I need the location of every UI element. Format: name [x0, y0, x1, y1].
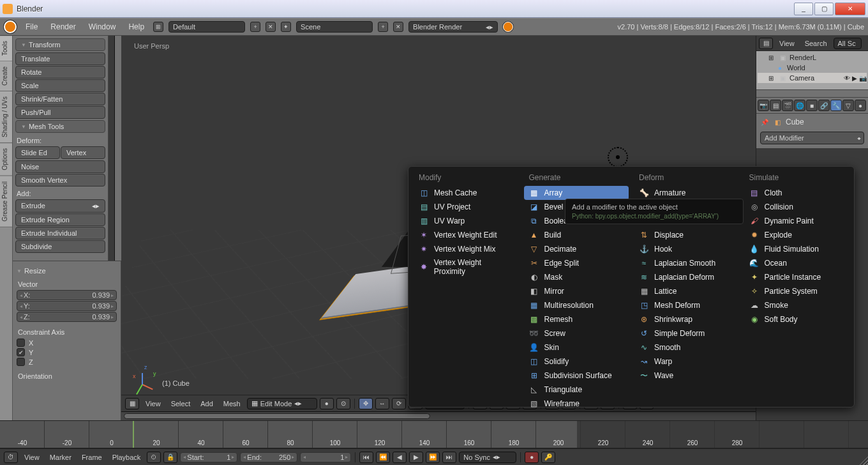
minimize-button[interactable]: _ [794, 3, 813, 15]
modifier-build[interactable]: ▲Build [524, 228, 629, 242]
modifier-particle-system[interactable]: ✧Particle System [744, 284, 849, 298]
tool-scrollbar[interactable] [108, 36, 115, 261]
modifier-hook[interactable]: ⚓Hook [634, 242, 739, 256]
modifier-displace[interactable]: ⇅Displace [634, 228, 739, 242]
prop-tab-constraints-icon[interactable]: 🔗 [818, 100, 830, 111]
extrude-region-button[interactable]: Extrude Region [15, 213, 105, 226]
view3d-menu-select[interactable]: Select [167, 400, 195, 408]
slide-edge-button[interactable]: Slide Ed [15, 146, 60, 159]
current-frame-field[interactable]: 1 [300, 452, 351, 462]
tool-tab-shading-uvs[interactable]: Shading / UVs [0, 91, 12, 143]
modifier-laplacian-smooth[interactable]: ≈Laplacian Smooth [634, 256, 739, 270]
modifier-particle-instance[interactable]: ✦Particle Instance [744, 270, 849, 284]
mode-picker[interactable]: ▦ Edit Mode ◂▸ [247, 398, 317, 409]
close-button[interactable]: ✕ [835, 3, 865, 15]
manipulator-toggle-icon[interactable]: ✥ [359, 398, 373, 409]
menu-help[interactable]: Help [124, 20, 148, 33]
keyframe-prev-icon[interactable]: ⏪ [376, 452, 390, 463]
scene-browse-icon[interactable]: ✦ [281, 22, 291, 32]
modifier-remesh[interactable]: ▩Remesh [524, 312, 629, 326]
timeline-region[interactable]: -40-200204060801001201401601802002202402… [0, 420, 868, 448]
modifier-collision[interactable]: ◎Collision [744, 200, 849, 214]
modifier-vertex-weight-proximity[interactable]: ✸Vertex Weight Proximity [414, 256, 519, 278]
menu-window[interactable]: Window [85, 20, 120, 33]
prop-tab-modifiers-icon[interactable]: 🔧 [830, 100, 842, 111]
jump-end-icon[interactable]: ⏭ [442, 452, 456, 463]
modifier-uv-warp[interactable]: ▥UV Warp [414, 214, 519, 228]
modifier-subdivision-surface[interactable]: ⊞Subdivision Surface [524, 369, 629, 383]
modifier-uv-project[interactable]: ▤UV Project [414, 200, 519, 214]
panel-transform[interactable]: Transform [15, 38, 105, 51]
timeline-menu-frame[interactable]: Frame [78, 454, 106, 461]
modifier-cloth[interactable]: ▤Cloth [744, 186, 849, 200]
modifier-wireframe[interactable]: ▧Wireframe [524, 397, 629, 411]
modifier-fluid-simulation[interactable]: 💧Fluid Simulation [744, 242, 849, 256]
modifier-mask[interactable]: ◐Mask [524, 270, 629, 284]
view3d-menu-add[interactable]: Add [197, 400, 217, 408]
view3d-menu-mesh[interactable]: Mesh [220, 400, 244, 408]
outliner-display-filter[interactable]: All Sc [834, 38, 862, 49]
modifier-mesh-deform[interactable]: ◳Mesh Deform [634, 298, 739, 312]
constraint-x-check[interactable]: X [17, 339, 117, 347]
translate-button[interactable]: Translate [15, 52, 105, 65]
timeline-menu-view[interactable]: View [20, 454, 43, 461]
tool-tab-create[interactable]: Create [0, 61, 12, 91]
resize-y-field[interactable]: Y:0.939 [17, 301, 117, 311]
screen-delete-button[interactable]: ✕ [266, 22, 276, 32]
outliner-menu-view[interactable]: View [775, 40, 798, 47]
pivot-icon[interactable]: ⊙ [336, 398, 350, 409]
resize-z-field[interactable]: Z:0.939 [17, 312, 117, 322]
extrude-individual-button[interactable]: Extrude Individual [15, 227, 105, 240]
modifier-ocean[interactable]: 🌊Ocean [744, 256, 849, 270]
push-pull-button[interactable]: Push/Pull [15, 106, 105, 119]
extrude-picker[interactable]: Extrude◂▸ [15, 199, 105, 213]
maximize-button[interactable]: ▢ [814, 3, 834, 15]
noise-button[interactable]: Noise [15, 160, 105, 173]
modifier-edge-split[interactable]: ✂Edge Split [524, 256, 629, 270]
modifier-mirror[interactable]: ◧Mirror [524, 284, 629, 298]
modifier-explode[interactable]: ✹Explode [744, 228, 849, 242]
scene-delete-button[interactable]: ✕ [393, 22, 403, 32]
scene-picker[interactable]: Scene [296, 21, 373, 33]
modifier-vertex-weight-edit[interactable]: ✶Vertex Weight Edit [414, 228, 519, 242]
slide-vertex-button[interactable]: Vertex [61, 146, 105, 159]
resize-x-field[interactable]: X:0.939 [17, 290, 117, 300]
autokey-record-icon[interactable]: ● [525, 452, 539, 463]
modifier-shrinkwrap[interactable]: ⊛Shrinkwrap [634, 312, 739, 326]
scene-add-button[interactable]: + [378, 22, 388, 32]
modifier-decimate[interactable]: ▽Decimate [524, 242, 629, 256]
modifier-armature[interactable]: 🦴Armature [634, 186, 739, 200]
prop-tab-render-icon[interactable]: 📷 [758, 100, 769, 111]
prop-tab-world-icon[interactable]: 🌐 [794, 100, 805, 111]
outliner-menu-search[interactable]: Search [801, 40, 831, 47]
modifier-multiresolution[interactable]: ▦Multiresolution [524, 298, 629, 312]
panel-mesh-tools[interactable]: Mesh Tools [15, 120, 105, 133]
frame-end-field[interactable]: End:250 [240, 452, 297, 462]
frame-start-field[interactable]: Start:1 [180, 452, 237, 462]
view3d-menu-view[interactable]: View [142, 400, 165, 408]
editor-type-icon[interactable]: ▦ [125, 398, 139, 409]
keyframe-next-icon[interactable]: ⏩ [426, 452, 440, 463]
window-resize-handle[interactable] [858, 455, 868, 465]
add-modifier-button[interactable]: Add Modifier [760, 132, 864, 144]
view3d-hscroll[interactable] [121, 411, 756, 420]
menu-render[interactable]: Render [47, 20, 79, 33]
prop-tab-scene-icon[interactable]: 🎬 [782, 100, 793, 111]
lamp-object[interactable] [608, 147, 628, 167]
manipulator-translate-icon[interactable]: ↔ [375, 398, 389, 409]
sync-mode-picker[interactable]: No Sync ◂▸ [459, 452, 516, 463]
modifier-triangulate[interactable]: ◺Triangulate [524, 383, 629, 397]
smooth-vertex-button[interactable]: Smooth Vertex [15, 174, 105, 187]
screen-layout-picker[interactable]: Default [168, 21, 245, 33]
lock-range-icon[interactable]: 🔒 [163, 452, 177, 463]
outliner-tree[interactable]: ⊞▣RenderL ●World ⊞▣Camera👁 ▶ 📷 [756, 51, 868, 89]
pin-icon[interactable]: 📌 [760, 118, 769, 126]
render-engine-picker[interactable]: Blender Render◂▸ [408, 21, 498, 33]
blender-logo-icon[interactable] [4, 20, 17, 33]
scale-button[interactable]: Scale [15, 79, 105, 92]
shrink-fatten-button[interactable]: Shrink/Fatten [15, 93, 105, 105]
timeline-menu-playback[interactable]: Playback [108, 454, 145, 461]
constraint-z-check[interactable]: Z [17, 358, 117, 366]
tool-tab-options[interactable]: Options [0, 143, 12, 176]
keying-set-icon[interactable]: 🔑 [541, 452, 555, 463]
